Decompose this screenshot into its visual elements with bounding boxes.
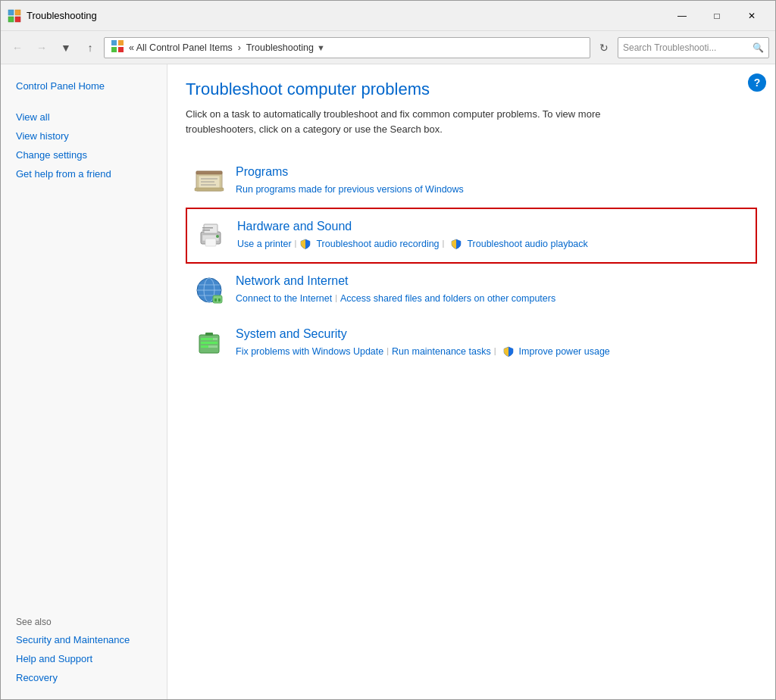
sidebar-item-get-help[interactable]: Get help from a friend: [1, 164, 167, 183]
network-link-1[interactable]: Access shared files and folders on other…: [340, 291, 555, 306]
svg-rect-9: [196, 171, 222, 174]
system-link-0[interactable]: Fix problems with Windows Update: [236, 344, 383, 359]
refresh-button[interactable]: ↻: [593, 37, 615, 58]
svg-rect-20: [202, 227, 213, 229]
breadcrumb-text: « All Control Panel Items › Troubleshoot…: [129, 42, 314, 53]
page-description: Click on a task to automatically trouble…: [186, 107, 656, 136]
programs-name[interactable]: Programs: [236, 165, 464, 179]
svg-rect-27: [213, 295, 222, 303]
category-hardware-sound[interactable]: Hardware and Sound Use a printer |: [186, 208, 757, 264]
network-links: Connect to the Internet | Access shared …: [236, 291, 555, 306]
sidebar-item-view-history[interactable]: View history: [1, 127, 167, 145]
close-button[interactable]: ✕: [734, 4, 769, 28]
hardware-link-0[interactable]: Use a printer: [237, 236, 292, 252]
sidebar-item-recovery[interactable]: Recovery: [1, 668, 167, 687]
sidebar-item-change-settings[interactable]: Change settings: [1, 145, 167, 164]
svg-rect-3: [15, 17, 20, 22]
programs-links: Run programs made for previous versions …: [236, 182, 464, 197]
category-list: Programs Run programs made for previous …: [186, 155, 757, 370]
svg-rect-0: [8, 10, 14, 15]
shield-icon-3: [502, 345, 515, 358]
svg-rect-21: [202, 230, 210, 231]
hardware-links: Use a printer | Troubleshoot audio recor…: [237, 236, 588, 252]
help-button[interactable]: ?: [748, 73, 766, 92]
maximize-button[interactable]: □: [699, 4, 734, 28]
system-info: System and Security Fix problems with Wi…: [236, 327, 610, 359]
system-link-1[interactable]: Run maintenance tasks: [392, 344, 491, 359]
addressbar: ← → ▼ ↑ « All Control Panel Items › Trou…: [1, 31, 775, 64]
content-area: ? Troubleshoot computer problems Click o…: [167, 64, 775, 699]
svg-rect-1: [15, 10, 20, 15]
search-placeholder-text: Search Troubleshooti...: [623, 42, 753, 53]
see-also-label: See also: [1, 611, 167, 630]
system-link-2[interactable]: Improve power usage: [519, 344, 610, 359]
address-dropdown-icon[interactable]: ▼: [317, 43, 325, 52]
forward-button[interactable]: →: [31, 37, 52, 58]
hardware-link-2[interactable]: Troubleshoot audio playback: [467, 236, 587, 252]
system-icon: [193, 327, 225, 359]
window: Troubleshooting — □ ✕ ← → ▼ ↑ « All Cont…: [0, 0, 776, 700]
shield-icon-1: [299, 238, 311, 250]
network-info: Network and Internet Connect to the Inte…: [236, 274, 555, 306]
window-title: Troubleshooting: [27, 10, 665, 21]
breadcrumb-icon: [111, 39, 124, 55]
svg-rect-12: [201, 181, 214, 183]
svg-rect-4: [111, 40, 117, 45]
svg-rect-33: [201, 338, 213, 340]
svg-point-19: [216, 235, 219, 238]
category-system-security[interactable]: System and Security Fix problems with Wi…: [186, 317, 757, 370]
sidebar-item-control-panel-home[interactable]: Control Panel Home: [1, 77, 167, 95]
hardware-name[interactable]: Hardware and Sound: [237, 220, 588, 233]
search-field[interactable]: Search Troubleshooti... 🔍: [618, 37, 769, 58]
back-button[interactable]: ←: [7, 37, 28, 58]
dropdown-recent-button[interactable]: ▼: [55, 37, 77, 58]
hardware-info: Hardware and Sound Use a printer |: [237, 220, 588, 252]
sidebar-item-help-support[interactable]: Help and Support: [1, 649, 167, 668]
page-title: Troubleshoot computer problems: [186, 80, 757, 99]
titlebar: Troubleshooting — □ ✕: [1, 1, 775, 31]
svg-rect-6: [111, 47, 117, 52]
sidebar-item-view-all[interactable]: View all: [1, 108, 167, 127]
shield-icon-2: [450, 238, 462, 250]
svg-rect-17: [204, 224, 217, 233]
system-name[interactable]: System and Security: [236, 327, 610, 341]
category-programs[interactable]: Programs Run programs made for previous …: [186, 155, 757, 208]
svg-rect-14: [195, 188, 224, 191]
window-controls: — □ ✕: [665, 4, 769, 28]
svg-rect-37: [201, 345, 208, 348]
address-field[interactable]: « All Control Panel Items › Troubleshoot…: [104, 37, 590, 58]
svg-rect-18: [205, 239, 216, 246]
network-name[interactable]: Network and Internet: [236, 274, 555, 288]
network-icon: [193, 274, 225, 306]
main-layout: Control Panel Home View all View history…: [1, 64, 775, 699]
up-button[interactable]: ↑: [80, 37, 101, 58]
sidebar: Control Panel Home View all View history…: [1, 64, 167, 699]
programs-link-0[interactable]: Run programs made for previous versions …: [236, 182, 464, 197]
system-links: Fix problems with Windows Update | Run m…: [236, 344, 610, 359]
svg-rect-7: [118, 47, 124, 52]
svg-rect-5: [118, 40, 124, 45]
minimize-button[interactable]: —: [665, 4, 699, 28]
programs-info: Programs Run programs made for previous …: [236, 165, 464, 197]
svg-rect-2: [8, 17, 14, 22]
svg-rect-31: [205, 333, 213, 336]
svg-rect-28: [214, 298, 217, 302]
svg-rect-35: [201, 342, 217, 344]
hardware-link-1[interactable]: Troubleshoot audio recording: [316, 236, 439, 252]
network-link-0[interactable]: Connect to the Internet: [236, 291, 332, 306]
sidebar-item-security-maintenance[interactable]: Security and Maintenance: [1, 630, 167, 649]
svg-rect-13: [201, 184, 216, 186]
search-icon: 🔍: [753, 42, 764, 53]
svg-rect-29: [218, 298, 221, 302]
programs-icon: [193, 165, 225, 197]
svg-rect-11: [201, 178, 217, 180]
category-network-internet[interactable]: Network and Internet Connect to the Inte…: [186, 264, 757, 317]
hardware-icon: [195, 220, 227, 252]
window-icon: [7, 8, 22, 23]
